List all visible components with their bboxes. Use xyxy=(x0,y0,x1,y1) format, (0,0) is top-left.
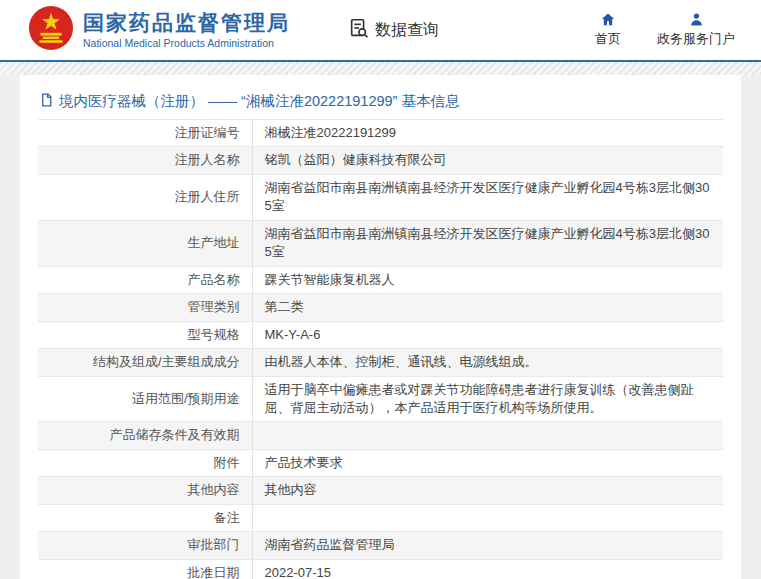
row-label: 注册人住所 xyxy=(175,189,240,204)
table-row: 备注 xyxy=(38,504,723,531)
home-icon xyxy=(600,12,616,27)
row-label: 结构及组成/主要组成成分 xyxy=(93,354,240,369)
row-value: 适用于脑卒中偏瘫患者或对踝关节功能障碍患者进行康复训练（改善患侧趾屈、背屈主动活… xyxy=(265,382,694,415)
row-label: 备注 xyxy=(214,510,240,525)
site-subtitle: National Medical Products Administration xyxy=(83,37,290,49)
data-query-nav[interactable]: 数据查询 xyxy=(348,17,439,43)
document-icon xyxy=(40,93,53,110)
row-value: 第二类 xyxy=(265,299,304,314)
row-label: 注册证编号 xyxy=(175,125,240,140)
table-row: 审批部门 湖南省药品监督管理局 xyxy=(38,532,723,559)
data-query-label: 数据查询 xyxy=(375,20,439,41)
table-row: 其他内容 其他内容 xyxy=(38,477,723,504)
row-label: 其他内容 xyxy=(188,482,240,497)
row-value: 产品技术要求 xyxy=(265,455,343,470)
table-row: 适用范围/预期用途 适用于脑卒中偏瘫患者或对踝关节功能障碍患者进行康复训练（改善… xyxy=(38,376,723,422)
table-row: 产品储存条件及有效期 xyxy=(38,422,723,449)
page-title-text: 境内医疗器械（注册） —— “湘械注准20222191299” 基本信息 xyxy=(59,92,459,111)
nav-gov-portal-label: 政务服务门户 xyxy=(657,30,735,48)
row-label: 产品储存条件及有效期 xyxy=(110,427,240,442)
user-icon xyxy=(689,12,704,27)
row-value: 铭凯（益阳）健康科技有限公司 xyxy=(265,152,447,167)
row-value: 湖南省益阳市南县南洲镇南县经济开发区医疗健康产业孵化园4号栋3层北侧305室 xyxy=(265,180,710,213)
top-header: 国家药品监督管理局 National Medical Products Admi… xyxy=(0,0,761,62)
row-value: 湖南省益阳市南县南洲镇南县经济开发区医疗健康产业孵化园4号栋3层北侧305室 xyxy=(265,226,710,259)
document-search-icon xyxy=(348,17,370,43)
row-value: 踝关节智能康复机器人 xyxy=(265,272,395,287)
table-row: 注册人名称 铭凯（益阳）健康科技有限公司 xyxy=(38,147,723,174)
nav-home[interactable]: 首页 xyxy=(595,12,621,48)
row-label: 管理类别 xyxy=(188,299,240,314)
header-nav: 首页 政务服务门户 xyxy=(595,12,735,48)
row-label: 附件 xyxy=(214,455,240,470)
table-row: 注册证编号 湘械注准20222191299 xyxy=(38,120,723,147)
site-title: 国家药品监督管理局 xyxy=(83,11,290,35)
row-value: 2022-07-15 xyxy=(265,565,332,579)
info-table-body: 注册证编号 湘械注准20222191299 注册人名称 铭凯（益阳）健康科技有限… xyxy=(38,120,723,579)
nmpa-logo[interactable]: 国家药品监督管理局 National Medical Products Admi… xyxy=(28,5,290,55)
nav-gov-portal[interactable]: 政务服务门户 xyxy=(657,12,735,48)
page-title: 境内医疗器械（注册） —— “湘械注准20222191299” 基本信息 xyxy=(38,83,723,120)
table-row: 注册人住所 湖南省益阳市南县南洲镇南县经济开发区医疗健康产业孵化园4号栋3层北侧… xyxy=(38,174,723,220)
nav-home-label: 首页 xyxy=(595,30,621,48)
row-label: 注册人名称 xyxy=(175,152,240,167)
table-row: 管理类别 第二类 xyxy=(38,294,723,321)
table-row: 结构及组成/主要组成成分 由机器人本体、控制柜、通讯线、电源线组成。 xyxy=(38,349,723,376)
row-label: 型号规格 xyxy=(188,327,240,342)
table-row: 产品名称 踝关节智能康复机器人 xyxy=(38,266,723,293)
table-row: 附件 产品技术要求 xyxy=(38,449,723,476)
row-label: 适用范围/预期用途 xyxy=(132,391,240,406)
row-value: 湖南省药品监督管理局 xyxy=(265,537,395,552)
row-value: MK-Y-A-6 xyxy=(265,327,321,342)
row-value: 其他内容 xyxy=(265,482,317,497)
national-emblem-icon xyxy=(28,5,74,55)
table-row: 型号规格 MK-Y-A-6 xyxy=(38,321,723,348)
striped-divider xyxy=(0,62,761,75)
row-value: 由机器人本体、控制柜、通讯线、电源线组成。 xyxy=(265,354,538,369)
row-label: 生产地址 xyxy=(188,235,240,250)
row-label: 产品名称 xyxy=(188,272,240,287)
table-row: 生产地址 湖南省益阳市南县南洲镇南县经济开发区医疗健康产业孵化园4号栋3层北侧3… xyxy=(38,220,723,266)
device-info-table: 注册证编号 湘械注准20222191299 注册人名称 铭凯（益阳）健康科技有限… xyxy=(38,120,723,579)
table-row: 批准日期 2022-07-15 xyxy=(38,559,723,579)
content-panel: 境内医疗器械（注册） —— “湘械注准20222191299” 基本信息 注册证… xyxy=(20,75,741,579)
row-value: 湘械注准20222191299 xyxy=(265,125,397,140)
row-label: 批准日期 xyxy=(188,565,240,579)
row-label: 审批部门 xyxy=(188,537,240,552)
